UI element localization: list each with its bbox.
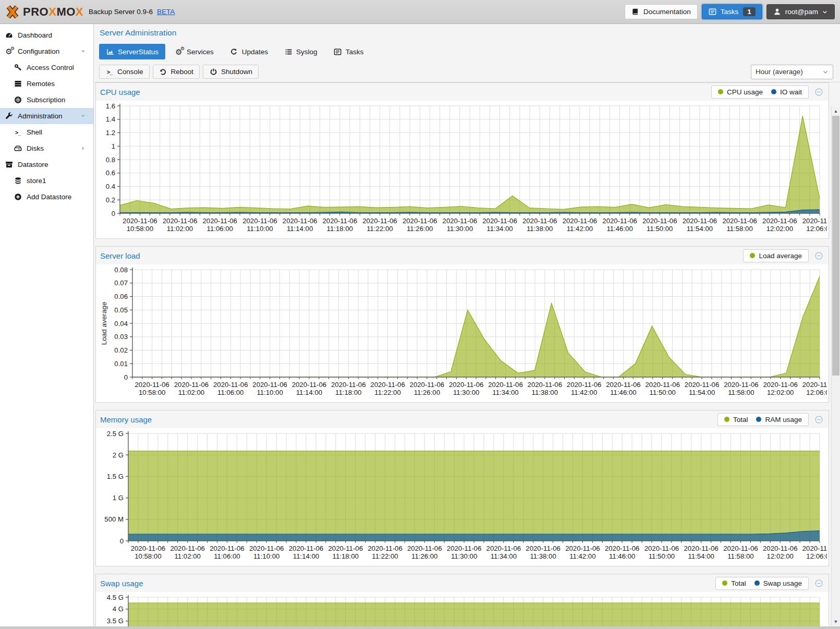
svg-text:2020-11-06: 2020-11-06 bbox=[210, 545, 244, 552]
legend-item[interactable]: CPU usage bbox=[718, 88, 763, 96]
tab-tasks[interactable]: Tasks bbox=[327, 44, 371, 59]
sidebar-item-disks[interactable]: Disks bbox=[0, 140, 93, 156]
svg-text:2020-11-06: 2020-11-06 bbox=[565, 545, 600, 552]
svg-text:2020-11-06: 2020-11-06 bbox=[135, 381, 169, 389]
tasks-button[interactable]: Tasks 1 bbox=[702, 4, 762, 19]
sidebar-item-administration[interactable]: Administration bbox=[0, 108, 93, 124]
vertical-scrollbar[interactable]: ▲ ▼ bbox=[831, 106, 840, 629]
svg-text:2020-11-06: 2020-11-06 bbox=[802, 217, 827, 225]
chevron-down-icon[interactable] bbox=[79, 112, 87, 120]
svg-text:11:46:00: 11:46:00 bbox=[606, 225, 632, 233]
legend-item[interactable]: IO wait bbox=[771, 88, 802, 96]
svg-text:0.8: 0.8 bbox=[106, 156, 115, 164]
svg-text:11:10:00: 11:10:00 bbox=[257, 389, 283, 396]
sidebar-item-dashboard[interactable]: Dashboard bbox=[0, 27, 93, 43]
shutdown-button[interactable]: Shutdown bbox=[203, 65, 259, 79]
sidebar-item-subscription[interactable]: Subscription bbox=[0, 92, 93, 108]
tab-updates[interactable]: Updates bbox=[223, 44, 275, 59]
svg-text:1 G: 1 G bbox=[113, 494, 124, 502]
collapse-panel-icon[interactable] bbox=[813, 414, 824, 425]
svg-text:0.07: 0.07 bbox=[114, 279, 128, 287]
scroll-down-arrow[interactable]: ▼ bbox=[832, 618, 840, 626]
sidebar-item-label: Administration bbox=[18, 112, 63, 120]
power-icon bbox=[209, 68, 217, 76]
chart-svg-load: 0.080.070.060.050.040.030.020.0102020-11… bbox=[99, 265, 827, 400]
svg-text:12:06:00: 12:06:00 bbox=[806, 225, 827, 233]
tachometer-icon bbox=[5, 31, 13, 40]
chevron-down-icon[interactable] bbox=[79, 47, 87, 56]
terminal-icon: >_ bbox=[105, 68, 114, 76]
chart-panel-load: Server loadLoad average0.080.070.060.050… bbox=[95, 246, 829, 403]
beta-link[interactable]: BETA bbox=[157, 8, 175, 16]
listRows-icon bbox=[284, 47, 293, 56]
documentation-button[interactable]: Documentation bbox=[625, 4, 698, 19]
legend-dot-icon bbox=[722, 580, 727, 586]
svg-text:2020-11-06: 2020-11-06 bbox=[362, 217, 397, 225]
svg-text:11:58:00: 11:58:00 bbox=[727, 552, 753, 560]
svg-text:2020-11-06: 2020-11-06 bbox=[722, 217, 757, 225]
panel-title: Memory usage bbox=[100, 415, 717, 424]
tab-syslog[interactable]: Syslog bbox=[277, 44, 324, 59]
tasks-icon bbox=[709, 8, 717, 16]
legend-label: CPU usage bbox=[727, 88, 763, 96]
svg-text:2020-11-06: 2020-11-06 bbox=[447, 545, 481, 552]
database-icon bbox=[14, 177, 22, 185]
scroll-up-arrow[interactable]: ▲ bbox=[832, 107, 840, 115]
svg-text:11:14:00: 11:14:00 bbox=[287, 225, 313, 233]
tab-services[interactable]: ⚙⚙Services bbox=[168, 44, 221, 59]
legend-item[interactable]: Total bbox=[722, 579, 746, 587]
svg-text:2020-11-06: 2020-11-06 bbox=[802, 545, 827, 552]
page-title: Server Administration bbox=[94, 24, 840, 42]
sidebar-item-shell[interactable]: >_Shell bbox=[0, 124, 93, 140]
user-label: root@pam bbox=[785, 8, 818, 16]
svg-text:11:46:00: 11:46:00 bbox=[609, 552, 635, 560]
charts-scroll-area: CPU usageCPU usageIO wait1.61.41.210.80.… bbox=[95, 82, 829, 629]
svg-text:11:22:00: 11:22:00 bbox=[367, 225, 393, 233]
svg-text:2020-11-06: 2020-11-06 bbox=[323, 217, 357, 225]
scrollbar-thumb[interactable] bbox=[832, 116, 839, 376]
svg-text:11:54:00: 11:54:00 bbox=[687, 225, 713, 233]
terminal-icon: >_ bbox=[14, 128, 22, 137]
svg-text:11:42:00: 11:42:00 bbox=[569, 552, 595, 560]
sidebar-item-access-control[interactable]: Access Control bbox=[0, 59, 93, 76]
svg-text:2020-11-06: 2020-11-06 bbox=[488, 381, 522, 389]
svg-text:2020-11-06: 2020-11-06 bbox=[407, 545, 442, 552]
sidebar-item-label: Access Control bbox=[27, 64, 74, 71]
sidebar-item-datastore[interactable]: Datastore bbox=[0, 156, 93, 173]
legend-label: IO wait bbox=[780, 88, 802, 96]
legend-item[interactable]: RAM usage bbox=[756, 416, 802, 424]
svg-text:0.05: 0.05 bbox=[114, 306, 128, 314]
proxmox-logo: PROXMOX bbox=[5, 5, 83, 19]
console-button[interactable]: >_Console bbox=[99, 65, 150, 79]
svg-text:2020-11-06: 2020-11-06 bbox=[368, 545, 402, 552]
legend-label: RAM usage bbox=[765, 416, 802, 424]
svg-text:3.5 G: 3.5 G bbox=[107, 617, 124, 625]
legend-item[interactable]: Swap usage bbox=[754, 579, 802, 587]
svg-text:2020-11-06: 2020-11-06 bbox=[567, 381, 601, 389]
timeframe-select[interactable]: Hour (average) bbox=[751, 65, 833, 79]
reboot-button[interactable]: Reboot bbox=[153, 65, 200, 79]
timeframe-value: Hour (average) bbox=[756, 68, 803, 76]
server-icon bbox=[14, 80, 22, 88]
sidebar-item-add-datastore[interactable]: Add Datastore bbox=[0, 189, 93, 205]
collapse-panel-icon[interactable] bbox=[813, 250, 824, 261]
sidebar-item-configuration[interactable]: ⚙⚙Configuration bbox=[0, 43, 93, 59]
legend-item[interactable]: Total bbox=[724, 416, 748, 424]
collapse-panel-icon[interactable] bbox=[813, 86, 824, 98]
legend-item[interactable]: Load average bbox=[750, 252, 802, 260]
sidebar-item-remotes[interactable]: Remotes bbox=[0, 76, 93, 92]
legend-dot-icon bbox=[724, 417, 729, 422]
legend-label: Total bbox=[731, 579, 746, 587]
user-menu-button[interactable]: root@pam bbox=[766, 4, 835, 19]
collapse-panel-icon[interactable] bbox=[813, 577, 824, 589]
panel-title: CPU usage bbox=[100, 88, 711, 96]
svg-text:11:38:00: 11:38:00 bbox=[530, 552, 556, 560]
svg-text:11:22:00: 11:22:00 bbox=[372, 552, 398, 560]
panel-title: Swap usage bbox=[100, 579, 715, 588]
window-bottom-edge bbox=[0, 626, 840, 629]
sidebar-item-store1[interactable]: store1 bbox=[0, 173, 93, 189]
chevron-right-icon[interactable] bbox=[79, 144, 87, 153]
tab-serverstatus[interactable]: ServerStatus bbox=[99, 44, 165, 59]
svg-text:0.01: 0.01 bbox=[114, 360, 128, 368]
chart-legend: TotalRAM usage bbox=[717, 413, 809, 426]
